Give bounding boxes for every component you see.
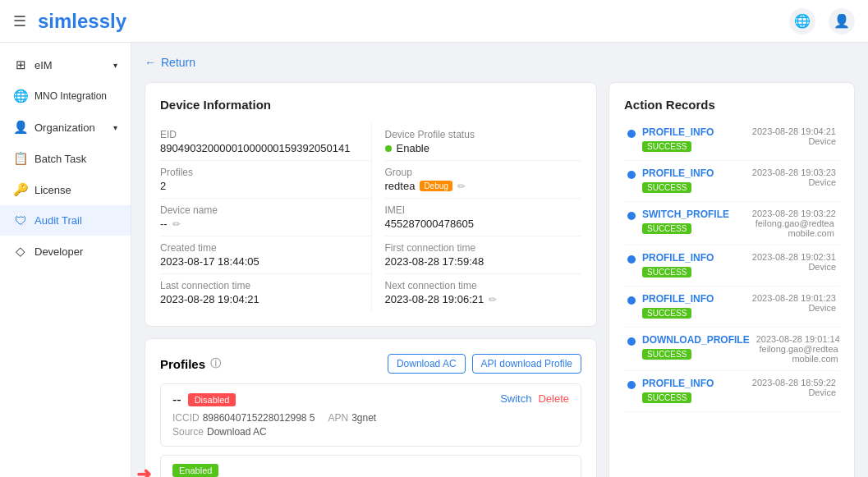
badge-enabled: Enabled (172, 464, 218, 477)
device-name-label: Device name (160, 204, 371, 216)
return-button[interactable]: ← Return (145, 56, 855, 69)
profile-disabled-actions: Switch Delete (500, 392, 569, 405)
org-icon: 👤 (13, 120, 28, 135)
delete-link[interactable]: Delete (538, 392, 569, 405)
next-connection-value: 2023-08-28 19:06:21 ✏ (385, 293, 582, 305)
record-source-6: Device (752, 388, 836, 397)
device-info-title: Device Information (160, 98, 581, 112)
main-content: ← Return Device Information EID 890490 (131, 43, 868, 477)
record-date-1: 2023-08-28 19:03:23 (752, 167, 836, 177)
license-icon: 🔑 (13, 182, 28, 197)
imei-value: 455287000478605 (385, 218, 582, 230)
record-badge-1: SUCCESS (642, 182, 691, 193)
profiles-value: 2 (160, 180, 371, 192)
batch-icon: 📋 (13, 151, 28, 166)
sidebar-item-license[interactable]: 🔑 License (0, 174, 131, 205)
globe-icon[interactable]: 🌐 (789, 8, 815, 34)
user-avatar-icon[interactable]: 👤 (829, 8, 855, 34)
record-dot-6 (627, 381, 636, 389)
record-badge-3: SUCCESS (642, 267, 691, 277)
record-source-3: Device (752, 262, 836, 272)
action-records-title: Action Records (624, 98, 839, 112)
dev-icon: ◇ (13, 244, 28, 259)
device-name-edit-icon[interactable]: ✏ (172, 218, 181, 230)
eid-label: EID (160, 129, 371, 140)
last-connection-value: 2023-08-28 19:04:21 (160, 293, 371, 305)
iccid-value-1: 8986040715228012998 5 (203, 412, 315, 424)
sidebar-item-developer[interactable]: ◇ Developer (0, 236, 131, 267)
profiles-card: Profiles ⓘ Download AC API download Prof… (145, 338, 597, 477)
profile-item-enabled: ➜ Enabled ICCID 8986040715228012988 4 AP… (160, 455, 581, 477)
group-label: Group (385, 167, 582, 178)
action-records-card: Action Records PROFILE_INFO SUCCESS 2023… (609, 82, 855, 477)
record-item-6: PROFILE_INFO SUCCESS 2023-08-28 18:59:22… (624, 371, 839, 412)
mno-icon: 🌐 (13, 89, 28, 103)
group-edit-icon[interactable]: ✏ (457, 181, 466, 192)
menu-icon[interactable]: ☰ (13, 12, 26, 30)
created-time-label: Created time (160, 242, 371, 254)
record-source-1: Device (752, 177, 836, 187)
record-source-5: feilong.gao@redteamobile.com (756, 344, 838, 364)
record-source-0: Device (752, 136, 836, 146)
record-name-2: SWITCH_PROFILE (642, 209, 746, 220)
record-item-4: PROFILE_INFO SUCCESS 2023-08-28 19:01:23… (624, 287, 839, 328)
first-connection-label: First connection time (385, 242, 582, 254)
record-date-2: 2023-08-28 19:03:22 (752, 209, 836, 218)
record-date-4: 2023-08-28 19:01:23 (752, 293, 836, 303)
record-dot-1 (627, 171, 636, 179)
record-badge-4: SUCCESS (642, 308, 691, 319)
sidebar-item-mno[interactable]: 🌐 MNO Integration (0, 80, 131, 112)
record-date-6: 2023-08-28 18:59:22 (752, 378, 836, 388)
profiles-title: Profiles ⓘ (160, 356, 221, 371)
record-date-0: 2023-08-28 19:04:21 (752, 126, 836, 136)
next-connection-edit-icon[interactable]: ✏ (489, 294, 497, 305)
record-date-3: 2023-08-28 19:02:31 (752, 252, 836, 262)
badge-disabled: Disabled (188, 393, 237, 406)
eid-value: 89049032000001000000159392050141 (160, 142, 371, 154)
source-value-1: Download AC (207, 426, 267, 438)
record-dot-0 (627, 130, 636, 138)
created-time-value: 2023-08-17 18:44:05 (160, 255, 371, 268)
profile-arrow: ➜ (136, 464, 151, 477)
eim-icon: ⊞ (13, 57, 28, 72)
sidebar-item-audit-trail[interactable]: 🛡 Audit Trail (0, 205, 131, 236)
record-dot-3 (627, 255, 636, 264)
imei-label: IMEI (385, 204, 582, 216)
record-badge-6: SUCCESS (642, 392, 691, 403)
logo: simlessly (38, 10, 789, 33)
record-dot-5 (627, 337, 636, 346)
first-connection-value: 2023-08-28 17:59:48 (385, 255, 582, 268)
sidebar: ⊞ eIM ▾ 🌐 MNO Integration 👤 Organization… (0, 43, 131, 477)
record-badge-5: SUCCESS (642, 349, 691, 360)
sidebar-item-organization[interactable]: 👤 Organization ▾ (0, 112, 131, 143)
apn-label-1: APN (328, 412, 348, 424)
record-dot-2 (627, 212, 636, 220)
action-records-list: PROFILE_INFO SUCCESS 2023-08-28 19:04:21… (624, 120, 839, 477)
record-item-1: PROFILE_INFO SUCCESS 2023-08-28 19:03:23… (624, 161, 839, 202)
record-name-6: PROFILE_INFO (642, 378, 746, 389)
api-download-button[interactable]: API download Profile (472, 354, 581, 374)
device-profile-status-value: Enable (385, 142, 582, 154)
return-arrow-icon: ← (145, 56, 156, 69)
record-item-3: ➜ PROFILE_INFO SUCCESS 2023-08-28 19:02:… (624, 245, 839, 287)
org-chevron: ▾ (113, 123, 117, 132)
group-value: redtea Debug ✏ (385, 180, 582, 192)
profiles-label: Profiles (160, 167, 371, 178)
record-item-5: DOWNLOAD_PROFILE SUCCESS 2023-08-28 19:0… (624, 328, 839, 371)
next-connection-label: Next connection time (385, 280, 582, 291)
profile-item-disabled: -- Disabled Switch Delete ICCID 89860407… (160, 383, 581, 447)
record-name-5: DOWNLOAD_PROFILE (642, 334, 750, 346)
iccid-label-1: ICCID (172, 412, 200, 424)
device-name-value: -- ✏ (160, 218, 371, 230)
sidebar-item-eim[interactable]: ⊞ eIM ▾ (0, 49, 131, 80)
profiles-info-icon: ⓘ (210, 356, 221, 371)
debug-tag: Debug (420, 181, 452, 191)
record-name-4: PROFILE_INFO (642, 293, 746, 305)
sidebar-item-batch-task[interactable]: 📋 Batch Task (0, 143, 131, 174)
download-ac-button[interactable]: Download AC (388, 354, 466, 374)
record-name-0: PROFILE_INFO (642, 126, 746, 138)
switch-link[interactable]: Switch (500, 392, 531, 405)
device-profile-status-label: Device Profile status (385, 129, 582, 140)
record-item-0: PROFILE_INFO SUCCESS 2023-08-28 19:04:21… (624, 120, 839, 161)
source-label-1: Source (172, 426, 204, 438)
